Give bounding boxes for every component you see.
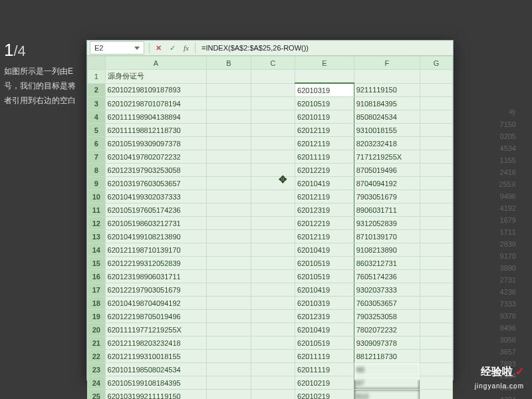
cell[interactable] [207, 97, 251, 110]
cell[interactable] [420, 190, 453, 203]
cell[interactable]: 62010419 [295, 283, 354, 297]
cell[interactable] [251, 217, 295, 230]
chevron-down-icon[interactable] [134, 47, 140, 50]
row-header[interactable]: 11 [88, 203, 106, 217]
cell[interactable]: 9108184395 [354, 97, 420, 110]
cell[interactable]: 9108213890 [354, 243, 420, 257]
cell[interactable] [420, 297, 453, 310]
col-header[interactable]: B [207, 57, 251, 70]
cell[interactable] [207, 190, 251, 203]
cell[interactable]: 8812118730 [354, 350, 420, 363]
cell[interactable] [420, 283, 453, 297]
row-header[interactable]: 19 [88, 310, 106, 323]
col-header[interactable]: E [295, 57, 354, 70]
cell[interactable] [420, 217, 453, 230]
cell[interactable] [420, 150, 453, 164]
cell[interactable]: 62012119 [295, 124, 354, 137]
row-header[interactable]: 6 [88, 137, 106, 150]
row-header[interactable]: 15 [88, 257, 106, 270]
cell[interactable]: 89 [354, 363, 420, 376]
cell[interactable] [251, 150, 295, 164]
cell[interactable] [207, 164, 251, 177]
cell[interactable] [420, 137, 453, 150]
cell[interactable] [251, 177, 295, 190]
cell[interactable] [420, 270, 453, 283]
cell[interactable] [251, 350, 295, 363]
cell[interactable] [251, 270, 295, 283]
cell[interactable] [251, 190, 295, 203]
row-header[interactable]: 10 [88, 190, 106, 203]
cell[interactable]: 8705019496 [354, 164, 420, 177]
cell[interactable]: 62010419 [295, 177, 354, 190]
cell[interactable] [420, 177, 453, 190]
cell[interactable]: 9211119150 [354, 83, 420, 97]
cell[interactable]: 620111198904138894 [105, 110, 207, 124]
cell[interactable] [251, 164, 295, 177]
cell[interactable] [207, 203, 251, 217]
cell[interactable] [251, 203, 295, 217]
cell[interactable] [207, 283, 251, 297]
cell[interactable]: 9312052839 [354, 217, 420, 230]
cell[interactable] [420, 310, 453, 323]
cell[interactable] [420, 257, 453, 270]
cell[interactable] [207, 150, 251, 164]
cell[interactable] [207, 177, 251, 190]
cell[interactable]: 620104197802072232 [105, 150, 207, 164]
cancel-icon[interactable]: ✕ [152, 44, 166, 53]
cell[interactable] [207, 243, 251, 257]
cell[interactable]: 620121198203232418 [105, 336, 207, 350]
cell[interactable]: 620111198812118730 [105, 124, 207, 137]
cell[interactable] [207, 336, 251, 350]
cell[interactable] [251, 310, 295, 323]
cell[interactable] [251, 336, 295, 350]
cell[interactable]: 62011119 [295, 150, 354, 164]
cell[interactable] [207, 297, 251, 310]
cell[interactable] [251, 297, 295, 310]
cell[interactable]: 8710139170 [354, 230, 420, 243]
cell[interactable] [251, 124, 295, 137]
cell[interactable]: 620121198710139170 [105, 243, 207, 257]
row-header[interactable]: 24 [88, 376, 106, 390]
col-header[interactable] [88, 57, 106, 70]
cell[interactable]: 620122197903051679 [105, 283, 207, 297]
cell[interactable]: 7903051679 [354, 190, 420, 203]
row-header[interactable]: 14 [88, 243, 106, 257]
cell[interactable]: 62010219 [295, 376, 354, 390]
col-header[interactable]: C [251, 57, 295, 70]
cell[interactable] [207, 310, 251, 323]
cell[interactable] [420, 336, 453, 350]
cell[interactable] [207, 376, 251, 390]
cell[interactable]: 620121199310018155 [105, 350, 207, 363]
row-header[interactable]: 21 [88, 336, 106, 350]
row-header[interactable]: 8 [88, 164, 106, 177]
cell[interactable] [251, 323, 295, 336]
row-header[interactable]: 4 [88, 110, 106, 124]
cell[interactable] [251, 230, 295, 243]
cell[interactable]: 62012119 [295, 230, 354, 243]
cell[interactable]: 620122199312052839 [105, 257, 207, 270]
cell[interactable]: 62012119 [295, 190, 354, 203]
spreadsheet-grid[interactable]: ABCEFG 1源身份证号262010219810918789362010319… [87, 56, 453, 399]
cell[interactable] [251, 70, 295, 84]
cell[interactable]: 7605174236 [354, 270, 420, 283]
cell[interactable]: 620103197603053657 [105, 177, 207, 190]
cell[interactable] [207, 110, 251, 124]
cell[interactable] [420, 363, 453, 376]
cell[interactable]: 620105199309097378 [105, 137, 207, 150]
cell[interactable] [251, 257, 295, 270]
cell[interactable] [295, 70, 354, 84]
cell[interactable]: 620122198705019496 [105, 310, 207, 323]
cell[interactable]: 620103199211119150 [105, 390, 207, 400]
cell[interactable]: 62010319 [295, 297, 354, 310]
cell[interactable]: 620102198109187893 [105, 83, 207, 97]
cell[interactable]: 8203232418 [354, 137, 420, 150]
row-header[interactable]: 5 [88, 124, 106, 137]
row-header[interactable]: 23 [88, 363, 106, 376]
row-header[interactable]: 13 [88, 230, 106, 243]
cell[interactable]: 8603212731 [354, 257, 420, 270]
cell[interactable] [207, 124, 251, 137]
cell[interactable]: 620105198603212731 [105, 217, 207, 230]
cell[interactable] [207, 390, 251, 400]
row-header[interactable]: 1 [88, 70, 106, 84]
cell[interactable]: 7802072232 [354, 323, 420, 336]
